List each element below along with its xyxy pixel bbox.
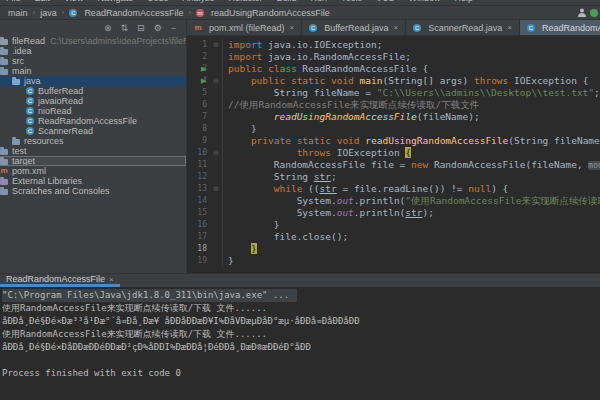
menu-item-refactor[interactable]: Refactor (228, 0, 262, 3)
code-line[interactable]: 15 System.out.println(str); (187, 207, 600, 219)
menu-item-build[interactable]: Build (276, 0, 296, 3)
menu-item-code[interactable]: Code (147, 0, 169, 3)
menu-item-help[interactable]: Help (455, 0, 474, 3)
gutter-fold-column[interactable] (210, 231, 223, 243)
gutter-fold-column[interactable] (210, 99, 223, 111)
menu-item-vcs[interactable]: VCS (376, 0, 395, 3)
gutter-fold-column[interactable] (210, 195, 223, 207)
gutter-fold-column[interactable] (210, 243, 223, 255)
gutter-fold-column[interactable] (210, 159, 223, 171)
hide-panel-icon[interactable]: − (171, 23, 176, 33)
fold-marker-icon[interactable]: ⊖ (213, 149, 219, 156)
run-line-icon[interactable]: ▶ (201, 63, 206, 75)
tree-item-pom-xml[interactable]: mpom.xml (0, 166, 186, 176)
fold-marker-icon[interactable]: ⊖ (213, 77, 219, 84)
run-console-output[interactable]: "C:\Program Files\Java\jdk1.8.0_311\bin\… (0, 287, 600, 400)
menu-item-view[interactable]: View (64, 0, 83, 3)
gutter-line-number[interactable]: 16 (187, 219, 210, 231)
gutter-fold-column[interactable] (210, 171, 223, 183)
code-line[interactable]: 16 } (187, 219, 600, 231)
gutter-line-number[interactable]: 2 (187, 51, 210, 63)
menu-item-tools[interactable]: Tools (341, 0, 362, 3)
gutter-fold-column[interactable] (210, 123, 223, 135)
gutter-line-number[interactable]: 14 (187, 195, 210, 207)
gutter-fold-column[interactable] (210, 51, 223, 63)
code-line[interactable]: 5 String fileName = "C:\\Users\\admins\\… (187, 87, 600, 99)
code-editor[interactable]: 1⊖import java.io.IOException;2import jav… (187, 36, 600, 273)
settings-gear-icon[interactable]: ⚙ (154, 23, 162, 33)
gutter-fold-column[interactable] (210, 87, 223, 99)
fold-marker-icon[interactable]: ⊖ (213, 185, 219, 192)
gutter-line-number[interactable]: 3 (187, 63, 210, 75)
code-line[interactable]: 9 private static void readUsingRandomAcc… (187, 135, 600, 147)
locate-icon[interactable]: ⊗ (104, 23, 112, 33)
run-line-icon[interactable]: ▶ (201, 75, 206, 87)
tree-item-scratches-and-consoles[interactable]: Scratches and Consoles (0, 186, 186, 196)
code-line[interactable]: 19} (187, 255, 600, 267)
code-line[interactable]: 1⊖import java.io.IOException; (187, 39, 600, 51)
gutter-line-number[interactable]: 4 (187, 75, 210, 87)
menu-item-run[interactable]: Run (311, 0, 328, 3)
gutter-line-number[interactable]: 6 (187, 99, 210, 111)
gutter-fold-column[interactable] (210, 135, 223, 147)
tree-item-src[interactable]: src (0, 56, 186, 66)
gutter-fold-column[interactable]: ⊖ (210, 39, 223, 51)
gutter-line-number[interactable]: 9 (187, 135, 210, 147)
gutter-fold-column[interactable]: ⊖ (210, 183, 223, 195)
tree-item-nioread[interactable]: CnioRead (0, 106, 186, 116)
tree-item-target[interactable]: target (0, 156, 186, 166)
tree-item-main[interactable]: main (0, 66, 186, 76)
breadcrumb-item-java[interactable]: java (40, 8, 57, 18)
breadcrumb-item-readusingrandomaccessfile[interactable]: mreadUsingRandomAccessFile (196, 8, 330, 18)
close-icon[interactable]: × (109, 275, 114, 284)
code-line[interactable]: 14 System.out.println("使用RandomAccessFil… (187, 195, 600, 207)
code-line[interactable]: 3▶public class ReadRandomAccessFile { (187, 63, 600, 75)
code-line[interactable]: 6//使用RandomAccessFile来实现断点续传读取/下载文件 (187, 99, 600, 111)
editor-tab-pom-xml-fileread-[interactable]: mpom.xml (fileRead)× (187, 20, 302, 35)
gutter-fold-column[interactable]: ▶ (210, 63, 223, 75)
code-line[interactable]: 13⊖ while ((str = file.readLine()) != nu… (187, 183, 600, 195)
tree-item-readrandomaccessfile[interactable]: CReadRandomAccessFile (0, 116, 186, 126)
gutter-line-number[interactable]: 8 (187, 123, 210, 135)
run-tab-readrandomaccessfile[interactable]: ReadRandomAccessFile × (0, 274, 120, 287)
close-icon[interactable]: × (394, 23, 399, 32)
tree-item-java[interactable]: java (0, 76, 186, 86)
gutter-fold-column[interactable] (210, 255, 223, 267)
gutter-line-number[interactable]: 11 (187, 159, 210, 171)
close-icon[interactable]: × (290, 23, 295, 32)
editor-tab-readrandomaccessfile-java[interactable]: CReadRandomAccessFile.java× (520, 20, 600, 35)
gutter-fold-column[interactable]: ⊖ (210, 147, 223, 159)
gutter-line-number[interactable]: 7 (187, 111, 210, 123)
code-line[interactable]: 7 readUsingRandomAccessFile(fileName); (187, 111, 600, 123)
close-icon[interactable]: × (507, 23, 512, 32)
gutter-fold-column[interactable] (210, 219, 223, 231)
fold-marker-icon[interactable]: ⊖ (213, 41, 219, 48)
gutter-fold-column[interactable] (210, 207, 223, 219)
code-line[interactable]: 18 } (187, 243, 600, 255)
tree-item-bufferread[interactable]: CBufferRead (0, 86, 186, 96)
tree-item--idea[interactable]: .idea (0, 46, 186, 56)
expand-all-icon[interactable]: ⇅ (121, 23, 129, 33)
code-line[interactable]: 2import java.io.RandomAccessFile; (187, 51, 600, 63)
code-line[interactable]: 4▶⊖ public static void main(String[] arg… (187, 75, 600, 87)
code-line[interactable]: 8 } (187, 123, 600, 135)
code-line[interactable]: 17 file.close(); (187, 231, 600, 243)
tree-item-test[interactable]: test (0, 146, 186, 156)
menu-item-window[interactable]: Window (409, 0, 441, 3)
user-dropdown-icon[interactable] (577, 8, 587, 17)
code-line[interactable]: 12 String str; (187, 171, 600, 183)
tree-item-external-libraries[interactable]: External Libraries (0, 176, 186, 186)
code-line[interactable]: 10⊖ throws IOException { (187, 147, 600, 159)
menu-item-analyze[interactable]: Analyze (182, 0, 214, 3)
gutter-line-number[interactable]: 1 (187, 39, 210, 51)
tree-item-scannerread[interactable]: CScannerRead (0, 126, 186, 136)
menu-item-file[interactable]: File (6, 0, 21, 3)
menu-item-navigate[interactable]: Navigate (97, 0, 133, 3)
tree-item-resources[interactable]: resources (0, 136, 186, 146)
gutter-fold-column[interactable]: ▶⊖ (210, 75, 223, 87)
code-line[interactable]: 11 RandomAccessFile file = new RandomAcc… (187, 159, 600, 171)
gutter-line-number[interactable]: 13 (187, 183, 210, 195)
collapse-all-icon[interactable]: ⊟ (137, 23, 145, 33)
gutter-line-number[interactable]: 15 (187, 207, 210, 219)
breadcrumb-item-main[interactable]: main (8, 8, 28, 18)
